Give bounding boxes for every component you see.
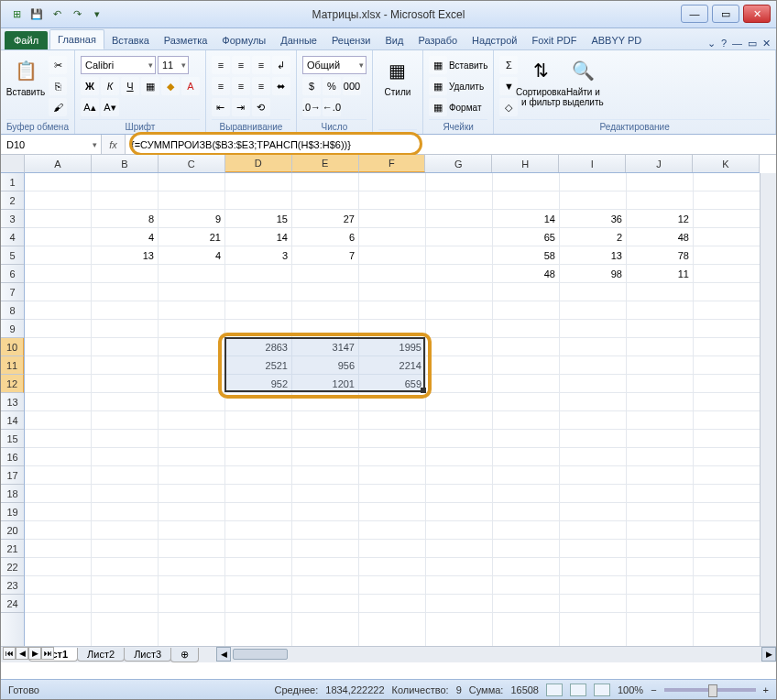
cell-H3[interactable]: 14 [493, 210, 560, 228]
minimize-button[interactable]: — [681, 5, 708, 23]
increase-decimal-icon[interactable]: .0→ [302, 98, 321, 116]
grow-font-icon[interactable]: A▴ [81, 98, 99, 116]
row-header-12[interactable]: 12 [1, 375, 24, 393]
row-header-23[interactable]: 23 [1, 576, 24, 595]
vertical-scrollbar[interactable] [760, 173, 776, 646]
horizontal-scrollbar[interactable]: ◀ ▶ [216, 647, 776, 662]
row-header-1[interactable]: 1 [1, 173, 24, 191]
redo-icon[interactable]: ↷ [69, 6, 85, 23]
row-header-21[interactable]: 21 [1, 540, 24, 558]
row-header-8[interactable]: 8 [1, 301, 24, 320]
cell-I5[interactable]: 13 [560, 246, 627, 265]
cell-J6[interactable]: 11 [627, 265, 694, 283]
cell-B5[interactable]: 13 [92, 246, 159, 265]
col-header-C[interactable]: C [159, 155, 225, 172]
cell-E5[interactable]: 7 [292, 246, 359, 265]
paste-button[interactable]: 📋 Вставить [6, 52, 45, 97]
merge-icon[interactable]: ⬌ [272, 77, 290, 95]
name-box[interactable]: D10 [1, 135, 102, 154]
formula-bar[interactable]: {=СУММПРОИЗВ($B3:$E3;ТРАНСП(H$3:H$6))} [126, 135, 776, 154]
align-middle-icon[interactable]: ≡ [232, 56, 250, 74]
cell-D3[interactable]: 15 [225, 210, 292, 228]
font-size-combo[interactable]: 11 [158, 56, 189, 74]
row-header-16[interactable]: 16 [1, 448, 24, 466]
qat-dropdown-icon[interactable]: ▾ [89, 6, 105, 23]
row-header-3[interactable]: 3 [1, 210, 24, 228]
cell-D5[interactable]: 3 [225, 246, 292, 265]
cell-H5[interactable]: 58 [493, 246, 560, 265]
row-header-10[interactable]: 10 [1, 338, 24, 356]
tab-разметка[interactable]: Разметка [157, 31, 215, 49]
cell-D4[interactable]: 14 [225, 228, 292, 246]
cell-E3[interactable]: 27 [292, 210, 359, 228]
row-header-19[interactable]: 19 [1, 503, 24, 521]
col-header-D[interactable]: D [225, 155, 292, 172]
row-header-18[interactable]: 18 [1, 485, 24, 503]
cell-I3[interactable]: 36 [560, 210, 627, 228]
save-icon[interactable]: 💾 [28, 6, 45, 23]
hscroll-thumb[interactable] [233, 649, 288, 660]
percent-icon[interactable]: % [323, 77, 341, 95]
row-header-22[interactable]: 22 [1, 558, 24, 576]
font-color-icon[interactable]: A [181, 77, 200, 95]
row-header-11[interactable]: 11 [1, 356, 24, 375]
row-header-17[interactable]: 17 [1, 466, 24, 485]
cell-H6[interactable]: 48 [493, 265, 560, 283]
border-icon[interactable]: ▦ [141, 77, 159, 95]
col-header-H[interactable]: H [492, 155, 559, 172]
col-header-E[interactable]: E [292, 155, 359, 172]
sheet-nav-next-icon[interactable]: ▶ [28, 647, 41, 660]
cut-icon[interactable]: ✂ [49, 56, 67, 74]
new-sheet-icon[interactable]: ⊕ [170, 648, 199, 662]
cell-E4[interactable]: 6 [292, 228, 359, 246]
maximize-button[interactable]: ▭ [712, 5, 739, 23]
hscroll-left-icon[interactable]: ◀ [216, 647, 231, 662]
view-normal-icon[interactable] [546, 684, 563, 696]
tab-разрабо[interactable]: Разрабо [410, 31, 465, 49]
tab-file[interactable]: Файл [5, 31, 48, 49]
undo-icon[interactable]: ↶ [49, 6, 65, 23]
autosum-icon[interactable]: Σ [499, 56, 518, 74]
sheet-nav-prev-icon[interactable]: ◀ [16, 647, 28, 660]
col-header-F[interactable]: F [359, 155, 426, 172]
sheet-tab-Лист2[interactable]: Лист2 [77, 648, 125, 662]
fill-color-icon[interactable]: ◆ [161, 77, 180, 95]
indent-dec-icon[interactable]: ⇤ [212, 98, 230, 116]
cell-J3[interactable]: 12 [627, 210, 694, 228]
zoom-out-icon[interactable]: − [651, 684, 656, 695]
tab-надстрой[interactable]: Надстрой [465, 31, 524, 49]
sheet-tab-Лист3[interactable]: Лист3 [124, 648, 171, 662]
col-header-A[interactable]: A [25, 155, 92, 172]
row-header-7[interactable]: 7 [1, 283, 24, 301]
cell-C5[interactable]: 4 [159, 246, 225, 265]
doc-close-icon[interactable]: ✕ [762, 38, 771, 49]
styles-button[interactable]: ▦ Стили [378, 52, 417, 97]
row-header-14[interactable]: 14 [1, 411, 24, 430]
ribbon-minimize-icon[interactable]: ⌄ [707, 38, 716, 49]
cell-J4[interactable]: 48 [627, 228, 694, 246]
zoom-slider[interactable] [664, 688, 756, 692]
align-left-icon[interactable]: ≡ [212, 77, 230, 95]
insert-cell-icon[interactable]: ▦ [429, 56, 447, 74]
font-name-combo[interactable]: Calibri [81, 56, 156, 74]
format-cell-icon[interactable]: ▦ [429, 98, 447, 116]
tab-рецензи[interactable]: Рецензи [324, 31, 378, 49]
bold-icon[interactable]: Ж [81, 77, 99, 95]
tab-foxit pdf[interactable]: Foxit PDF [525, 31, 585, 49]
row-header-4[interactable]: 4 [1, 228, 24, 246]
row-header-9[interactable]: 9 [1, 320, 24, 338]
cell-C3[interactable]: 9 [159, 210, 225, 228]
zoom-in-icon[interactable]: + [763, 684, 769, 695]
cell-B4[interactable]: 4 [92, 228, 159, 246]
tab-главная[interactable]: Главная [49, 29, 104, 49]
row-header-20[interactable]: 20 [1, 521, 24, 540]
view-layout-icon[interactable] [570, 684, 586, 696]
align-right-icon[interactable]: ≡ [252, 77, 270, 95]
row-header-13[interactable]: 13 [1, 393, 24, 411]
tab-формулы[interactable]: Формулы [214, 31, 273, 49]
copy-icon[interactable]: ⎘ [49, 77, 67, 95]
row-header-15[interactable]: 15 [1, 430, 24, 448]
tab-данные[interactable]: Данные [273, 31, 324, 49]
view-pagebreak-icon[interactable] [594, 684, 610, 696]
tab-вид[interactable]: Вид [378, 31, 411, 49]
